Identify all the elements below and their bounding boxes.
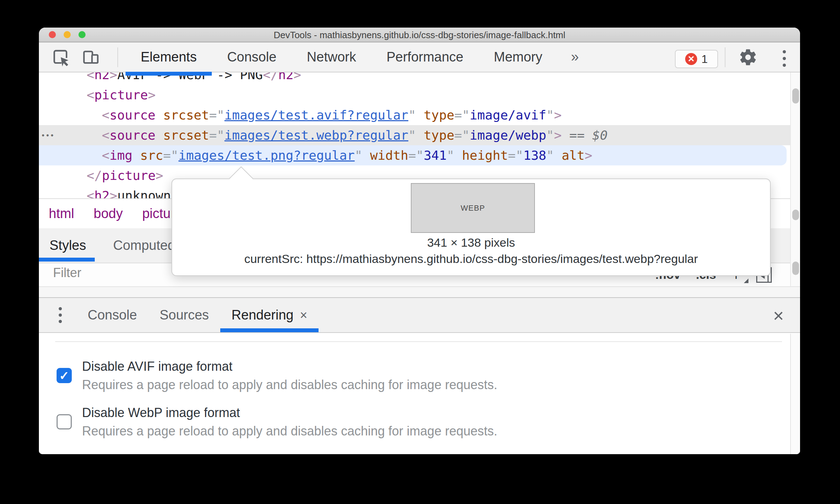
window-title: DevTools - mathiasbynens.github.io/css-d… [39, 28, 800, 42]
dom-node-source-avif[interactable]: <source srcset="images/test.avif?regular… [39, 105, 790, 125]
image-preview-label: WEBP [461, 204, 485, 213]
option-description: Requires a page reload to apply and disa… [82, 424, 497, 439]
tab-memory[interactable]: Memory [479, 42, 558, 72]
title-bar: DevTools - mathiasbynens.github.io/css-d… [39, 28, 800, 42]
option-label[interactable]: Disable WebP image format [82, 405, 240, 420]
drawer-tab-console[interactable]: Console [76, 298, 148, 332]
error-count: 1 [701, 53, 708, 66]
close-rendering-tab-icon[interactable]: × [300, 309, 307, 322]
image-dimensions: 341 × 138 pixels [172, 236, 770, 250]
breadcrumb-body[interactable]: body [94, 206, 123, 221]
tab-performance[interactable]: Performance [371, 42, 479, 72]
kebab-dot [783, 64, 786, 67]
panel-gap [39, 286, 800, 297]
more-tabs-button[interactable]: » [558, 42, 579, 72]
tab-styles[interactable]: Styles [49, 228, 86, 263]
option-disable-avif: ✓ Disable AVIF image format Requires a p… [39, 359, 675, 398]
styles-scrollbar-thumb[interactable] [792, 210, 799, 220]
checkmark-icon: ✓ [59, 370, 69, 382]
option-label[interactable]: Disable AVIF image format [82, 359, 233, 374]
drawer-tab-sources[interactable]: Sources [148, 298, 220, 332]
kebab-dot [783, 57, 786, 60]
devtools-window: DevTools - mathiasbynens.github.io/css-d… [39, 28, 800, 454]
settings-button[interactable] [739, 48, 758, 68]
disable-webp-checkbox[interactable] [57, 414, 72, 429]
close-drawer-button[interactable]: × [773, 305, 784, 326]
new-rule-dropdown-icon [744, 279, 748, 283]
device-toolbar-icon [82, 48, 100, 67]
tab-network[interactable]: Network [292, 42, 371, 72]
error-icon: ✕ [685, 53, 697, 65]
dom-node-img-selected[interactable]: <img src="images/test.png?regular" width… [39, 145, 787, 165]
kebab-dot [59, 307, 62, 310]
drawer-tab-rendering[interactable]: Rendering × [220, 298, 319, 332]
error-count-badge[interactable]: ✕ 1 [675, 50, 718, 68]
tab-console[interactable]: Console [212, 42, 291, 72]
inspect-cursor-icon [52, 48, 70, 67]
drawer-scrollbar[interactable] [790, 334, 800, 454]
styles-scrollbar[interactable] [790, 198, 800, 286]
tab-computed[interactable]: Computed [113, 228, 175, 263]
drawer-tab-bar: Console Sources Rendering × × [39, 298, 800, 333]
option-description: Requires a page reload to apply and disa… [82, 377, 497, 392]
toolbar-separator [117, 47, 118, 67]
breadcrumb-html[interactable]: html [49, 206, 74, 221]
image-preview: WEBP [411, 183, 535, 233]
panel-tabs: Elements Console Network Performance Mem… [126, 42, 579, 72]
elements-scrollbar-thumb[interactable] [792, 88, 799, 104]
drawer-content-divider [55, 341, 782, 342]
gear-icon [739, 48, 758, 67]
devtools-menu-button[interactable] [783, 50, 786, 70]
tab-elements[interactable]: Elements [126, 42, 212, 72]
node-overflow-menu[interactable]: ••• [42, 125, 55, 145]
option-disable-webp: Disable WebP image format Requires a pag… [39, 405, 675, 444]
kebab-dot [59, 320, 62, 323]
drawer-menu-button[interactable] [59, 307, 62, 326]
kebab-dot [59, 313, 62, 317]
dom-node-source-webp[interactable]: ••• <source srcset="images/test.webp?reg… [39, 125, 790, 145]
elements-scrollbar[interactable] [790, 72, 800, 198]
image-current-src: currentSrc: https://mathiasbynens.github… [172, 252, 770, 266]
inspect-element-button[interactable] [52, 48, 71, 67]
kebab-dot [783, 50, 786, 53]
image-preview-tooltip: WEBP 341 × 138 pixels currentSrc: https:… [171, 178, 771, 276]
dom-node-picture-open[interactable]: <picture> [39, 85, 790, 105]
disable-avif-checkbox[interactable]: ✓ [57, 368, 72, 383]
devtools-toolbar: Elements Console Network Performance Mem… [39, 42, 800, 72]
toolbar-separator [725, 47, 725, 67]
toggle-device-toolbar-button[interactable] [81, 48, 100, 67]
sidebar-scrollbar-thumb[interactable] [792, 262, 799, 275]
